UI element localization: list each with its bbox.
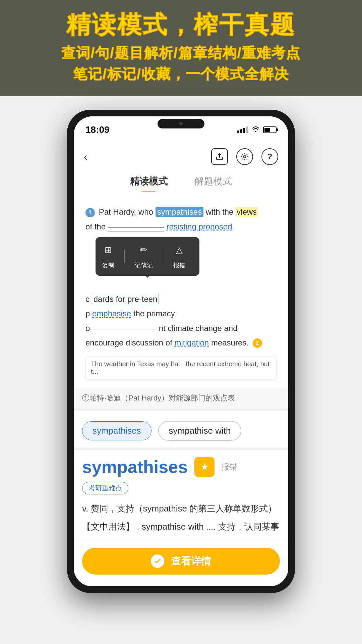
word-views: views <box>236 207 258 217</box>
view-detail-button[interactable]: 查看详情 <box>82 548 280 575</box>
phone-inner: 18:09 <box>74 116 288 586</box>
text-before-highlight: Pat Hardy, who <box>99 207 156 216</box>
sentence-num-1: 1 <box>85 208 95 217</box>
note-label: 记笔记 <box>135 260 153 271</box>
word-star-button[interactable]: ★ <box>194 457 215 477</box>
word-mitigation[interactable]: mitigation <box>175 338 209 347</box>
nav-bar: ‹ ? <box>74 143 288 170</box>
blurred-text-2: ———————— <box>92 324 157 333</box>
word-usage-text: 【文中用法】 . sympathise with .... 支持，认同某事 <box>82 519 280 534</box>
header-title-line1: 精读模式，榨干真题 <box>7 10 355 39</box>
word-def-text: v. 赞同，支持（sympathise 的第三人称单数形式） <box>82 501 280 516</box>
nav-icons: ? <box>211 148 278 165</box>
word-extreme: dards for pre-teen <box>92 294 159 304</box>
word-resisting-proposed[interactable]: resisting proposed <box>166 222 232 231</box>
error-label: 报错 <box>173 260 185 271</box>
word-badge: 考研重难点 <box>82 482 128 494</box>
tabs-bar: 精读模式 解题模式 <box>74 170 288 193</box>
star-icon: ★ <box>200 461 209 472</box>
text-encourage: encourage discussion of <box>85 338 175 347</box>
section-divider <box>74 408 288 411</box>
tab-jingdu[interactable]: 精读模式 <box>130 175 168 191</box>
sentence-num-2: 2 <box>253 338 262 348</box>
note-icon: ✏ <box>140 242 147 258</box>
copy-label: 复制 <box>102 260 114 271</box>
phone-wrapper: 18:09 <box>0 96 362 593</box>
header-banner: 精读模式，榨干真题 查词/句/题目解析/篇章结构/重难考点 笔记/标记/收藏，一… <box>0 0 362 96</box>
help-button[interactable]: ? <box>261 148 278 165</box>
menu-copy[interactable]: ⊞ 复制 <box>102 242 114 271</box>
text-c: c <box>85 294 89 304</box>
text-of-the: of the <box>85 222 108 231</box>
status-bar: 18:09 <box>74 116 288 143</box>
word-title: sympathises <box>82 457 188 477</box>
copy-icon: ⊞ <box>105 242 112 258</box>
view-detail-label: 查看详情 <box>171 554 211 568</box>
battery-icon <box>263 126 277 133</box>
header-subtitle-line2: 查词/句/题目解析/篇章结构/重难考点 <box>7 42 355 63</box>
word-definition-section: sympathises ★ 报错 考研重难点 v. 赞同，支持（sympathi… <box>74 450 288 541</box>
bottom-bar: 查看详情 <box>74 541 288 586</box>
svg-point-1 <box>244 156 246 158</box>
settings-button[interactable] <box>236 148 253 165</box>
word-emphasise[interactable]: emphasise <box>92 309 131 318</box>
text-with-views: with the <box>206 207 236 216</box>
camera-dot <box>179 122 183 125</box>
chip-sympathise-with[interactable]: sympathise with <box>158 421 242 441</box>
usage-label: 【文中用法】 <box>82 522 134 532</box>
status-time: 18:09 <box>85 124 110 135</box>
usage-text: . sympathise with .... 支持，认同某事 <box>137 522 279 532</box>
wifi-icon <box>252 125 260 134</box>
content-area: 1 Pat Hardy, who sympathises with the vi… <box>74 193 288 388</box>
word-title-row: sympathises ★ 报错 <box>82 457 280 477</box>
chip-sympathises[interactable]: sympathises <box>82 421 152 440</box>
text-primacy: the primacy <box>133 309 175 318</box>
tooltip-text: The weather in Texas may ha... the recen… <box>91 360 269 375</box>
blurred-text-1: ——————— <box>108 222 164 232</box>
translation-area: ①帕特·哈迪（Pat Hardy）对能源部门的观点表 <box>74 388 288 408</box>
text-climate: o <box>85 324 90 333</box>
menu-divider-2 <box>163 250 163 263</box>
context-menu: ⊞ 复制 ✏ 记笔记 △ 报错 <box>96 237 199 276</box>
text-p: p <box>85 309 90 318</box>
signal-icon <box>237 126 248 133</box>
phone-frame: 18:09 <box>67 110 295 593</box>
tab-jieti[interactable]: 解题模式 <box>194 175 232 191</box>
menu-divider-1 <box>124 250 125 263</box>
notch <box>158 119 204 128</box>
tooltip-note: The weather in Texas may ha... the recen… <box>85 357 277 379</box>
status-icons <box>237 125 277 134</box>
word-chips: sympathises sympathise with <box>74 411 288 447</box>
section-divider-2 <box>74 447 288 450</box>
check-icon <box>151 554 164 568</box>
text-measures: measures. <box>211 338 249 347</box>
header-subtitle-line3: 笔记/标记/收藏，一个模式全解决 <box>7 63 355 85</box>
word-report-button[interactable]: 报错 <box>221 462 237 472</box>
menu-error[interactable]: △ 报错 <box>173 242 185 271</box>
translation-text: ①帕特·哈迪（Pat Hardy）对能源部门的观点表 <box>82 394 235 402</box>
text-climate2: nt climate change and <box>159 324 238 333</box>
menu-note[interactable]: ✏ 记笔记 <box>135 242 153 271</box>
paragraph-block: 1 Pat Hardy, who sympathises with the vi… <box>82 200 280 355</box>
share-button[interactable] <box>211 148 228 165</box>
highlighted-word-sympathises[interactable]: sympathises <box>156 207 203 217</box>
back-button[interactable]: ‹ <box>84 151 87 163</box>
error-icon: △ <box>176 242 183 258</box>
